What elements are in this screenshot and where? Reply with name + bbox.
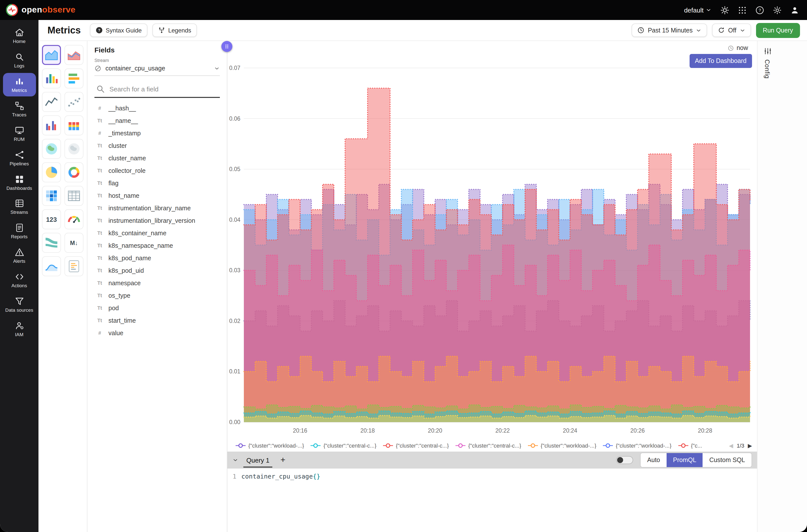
syntax-guide-button[interactable]: ? Syntax Guide: [90, 23, 147, 37]
field-search-input[interactable]: [109, 85, 219, 93]
field-name: host_name: [109, 192, 139, 199]
sidebar-item-dashboards[interactable]: Dashboards: [3, 171, 36, 194]
sidebar-item-label: Reports: [11, 234, 28, 240]
query-tab[interactable]: Query 1: [243, 453, 273, 468]
sidebar-item-actions[interactable]: Actions: [3, 268, 36, 292]
run-query-button[interactable]: Run Query: [756, 23, 800, 38]
editor-toggle[interactable]: [616, 456, 633, 464]
chart-type-gauge[interactable]: [64, 209, 83, 229]
field-item-instrumentation_library_name[interactable]: Ttinstrumentation_library_name: [88, 202, 227, 214]
refresh-interval-selector[interactable]: Off: [712, 23, 751, 37]
chart-type-sankey[interactable]: [42, 233, 61, 253]
chart-type-line[interactable]: [42, 92, 61, 112]
field-item-_timestamp[interactable]: #_timestamp: [88, 127, 227, 139]
sidebar-item-label: Streams: [11, 210, 28, 215]
apps-icon[interactable]: [736, 4, 748, 16]
add-to-dashboard-button[interactable]: Add To Dashboard: [689, 54, 752, 68]
field-item-k8s_container_name[interactable]: Ttk8s_container_name: [88, 227, 227, 239]
field-item-k8s_namespace_name[interactable]: Ttk8s_namespace_name: [88, 239, 227, 252]
field-name: cluster_name: [109, 155, 146, 162]
metrics-chart[interactable]: 0.000.010.020.030.040.050.060.0720:1620:…: [227, 54, 755, 440]
add-query-button[interactable]: +: [278, 455, 288, 465]
legends-button[interactable]: Legends: [152, 23, 196, 37]
legend-item[interactable]: {"cluster":"workload-...}: [236, 442, 304, 449]
org-selector[interactable]: default: [684, 6, 712, 14]
field-item-host_name[interactable]: Tthost_name: [88, 189, 227, 202]
chart-type-donut[interactable]: [64, 162, 83, 182]
query-dropdown-icon[interactable]: [232, 457, 238, 463]
field-item-start_time[interactable]: Ttstart_time: [88, 314, 227, 327]
field-item-__hash__[interactable]: #__hash__: [88, 102, 227, 114]
account-icon[interactable]: [789, 4, 800, 16]
chart-type-trend[interactable]: [42, 256, 61, 276]
mode-auto[interactable]: Auto: [641, 453, 667, 467]
editor-code-line[interactable]: container_cpu_usage{}: [241, 473, 320, 532]
svg-text:20:22: 20:22: [495, 428, 510, 434]
field-name: k8s_pod_uid: [109, 267, 144, 274]
field-item-pod[interactable]: Ttpod: [88, 302, 227, 314]
mode-promql[interactable]: PromQL: [667, 453, 703, 467]
sidebar-item-reports[interactable]: Reports: [3, 220, 36, 243]
field-item-instrumentation_library_version[interactable]: Ttinstrumentation_library_version: [88, 214, 227, 227]
legend-item[interactable]: {"cluster":"workload-...}: [603, 442, 672, 449]
sidebar-item-traces[interactable]: Traces: [3, 97, 36, 121]
chart-type-table[interactable]: [64, 186, 83, 206]
sidebar-item-iam[interactable]: IAM: [3, 317, 36, 341]
time-range-selector[interactable]: Past 15 Minutes: [632, 23, 707, 37]
theme-toggle-icon[interactable]: [719, 4, 730, 16]
sidebar-item-streams[interactable]: Streams: [3, 195, 36, 218]
query-editor[interactable]: 1 container_cpu_usage{}: [227, 469, 757, 532]
settings-icon[interactable]: [771, 4, 783, 16]
help-icon[interactable]: ?: [754, 4, 765, 16]
sidebar-item-data-sources[interactable]: Data sources: [3, 293, 36, 316]
chart-type-geo-map[interactable]: [42, 139, 61, 159]
field-item-os_type[interactable]: Ttos_type: [88, 289, 227, 302]
chart-type-bar-grouped[interactable]: [42, 115, 61, 135]
stream-selector[interactable]: container_cpu_usage: [94, 63, 220, 76]
field-item-cluster_name[interactable]: Ttcluster_name: [88, 152, 227, 164]
legend-pagination: ◀ 1/3 ▶: [729, 442, 752, 449]
legend-item[interactable]: {"c...: [678, 442, 702, 449]
chart-type-scatter[interactable]: [64, 92, 83, 112]
text-type-icon: Tt: [95, 255, 104, 261]
panel-drag-handle[interactable]: [221, 41, 232, 52]
metrics-icon: [14, 76, 24, 87]
field-item-collector_role[interactable]: Ttcollector_role: [88, 164, 227, 177]
field-item-value[interactable]: #value: [88, 327, 227, 339]
legend-prev-icon[interactable]: ◀: [729, 442, 733, 449]
chart-type-area[interactable]: [42, 45, 61, 65]
field-item-flag[interactable]: Ttflag: [88, 177, 227, 189]
chart-type-h-bar[interactable]: [64, 69, 83, 89]
sidebar-item-rum[interactable]: RUM: [3, 122, 36, 145]
field-item-cluster[interactable]: Ttcluster: [88, 139, 227, 152]
field-item-k8s_pod_uid[interactable]: Ttk8s_pod_uid: [88, 264, 227, 277]
field-item-namespace[interactable]: Ttnamespace: [88, 277, 227, 289]
chart-type-pie[interactable]: [42, 162, 61, 182]
mode-custom-sql[interactable]: Custom SQL: [703, 453, 752, 467]
sidebar-item-home[interactable]: Home: [3, 24, 36, 48]
legend-item[interactable]: {"cluster":"workload-...}: [528, 442, 596, 449]
clock-icon: [637, 26, 645, 34]
field-item-k8s_pod_name[interactable]: Ttk8s_pod_name: [88, 252, 227, 264]
chart-type-bar-stacked[interactable]: [64, 115, 83, 135]
chart-type-markdown[interactable]: M↓: [64, 233, 83, 253]
legend-next-icon[interactable]: ▶: [748, 442, 752, 449]
svg-text:0.06: 0.06: [229, 115, 240, 122]
chart-type-area-stacked[interactable]: [64, 45, 83, 65]
chart-type-metric-text[interactable]: 123: [42, 209, 61, 229]
legend-item[interactable]: {"cluster":"central-c...}: [383, 442, 449, 449]
field-item-__name__[interactable]: Tt__name__: [88, 114, 227, 127]
sidebar-item-alerts[interactable]: Alerts: [3, 244, 36, 267]
sidebar-item-logs[interactable]: Logs: [3, 49, 36, 72]
config-drawer-tab[interactable]: Config: [757, 41, 807, 532]
sidebar-item-label: IAM: [15, 332, 23, 338]
legend-item[interactable]: {"cluster":"central-c...}: [455, 442, 521, 449]
sidebar-item-pipelines[interactable]: Pipelines: [3, 146, 36, 170]
legend-item[interactable]: {"cluster":"central-c...}: [311, 442, 376, 449]
chart-type-bar[interactable]: [42, 69, 61, 89]
sidebar-item-metrics[interactable]: Metrics: [3, 73, 36, 96]
chart-type-html[interactable]: [64, 256, 83, 276]
chart-type-heatmap[interactable]: [42, 186, 61, 206]
legend-marker-icon: [528, 443, 538, 448]
chart-type-map[interactable]: [64, 139, 83, 159]
